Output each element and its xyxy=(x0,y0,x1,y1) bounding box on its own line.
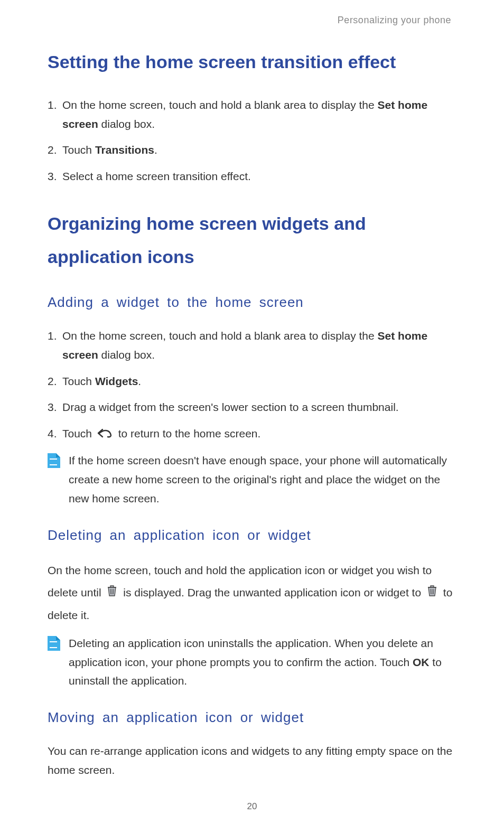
step-item: 2. Touch Transitions. xyxy=(48,141,456,160)
text-bold: Transitions xyxy=(95,144,154,156)
step-item: 2. Touch Widgets. xyxy=(48,372,456,391)
step-text: Drag a widget from the screen's lower se… xyxy=(62,398,456,417)
step-text: Touch to return to the home screen. xyxy=(62,424,456,444)
step-text: On the home screen, touch and hold a bla… xyxy=(62,326,456,364)
step-text: Touch Widgets. xyxy=(62,372,456,391)
step-item: 3. Select a home screen transition effec… xyxy=(48,167,456,186)
text-fragment: On the home screen, touch and hold a bla… xyxy=(62,99,378,111)
page-number: 20 xyxy=(0,801,504,812)
step-text: On the home screen, touch and hold a bla… xyxy=(62,96,456,133)
text-fragment: . xyxy=(154,144,157,156)
text-fragment: Drag a widget from the screen's lower se… xyxy=(62,401,399,413)
step-item: 1. On the home screen, touch and hold a … xyxy=(48,96,456,133)
text-fragment: is displayed. Drag the unwanted applicat… xyxy=(123,586,424,598)
step-number: 3. xyxy=(48,167,62,186)
text-fragment: Touch xyxy=(62,427,95,439)
text-bold: Widgets xyxy=(95,375,138,387)
steps-list-transition: 1. On the home screen, touch and hold a … xyxy=(48,96,456,186)
step-item: 4. Touch to return to the home screen. xyxy=(48,424,456,444)
text-fragment: On the home screen, touch and hold a bla… xyxy=(62,330,378,342)
text-fragment: dialog box. xyxy=(98,118,155,130)
note-text: If the home screen doesn't have enough s… xyxy=(69,451,456,508)
subsection-title-adding-widget: Adding a widget to the home screen xyxy=(48,294,456,311)
step-number: 1. xyxy=(48,96,62,133)
chapter-header: Personalizing your phone xyxy=(48,15,456,26)
step-number: 3. xyxy=(48,398,62,417)
paragraph-deleting: On the home screen, touch and hold the a… xyxy=(48,559,456,626)
text-fragment: . xyxy=(138,375,141,387)
trash-icon xyxy=(106,582,118,604)
steps-list-adding-widget: 1. On the home screen, touch and hold a … xyxy=(48,326,456,444)
subsection-title-deleting: Deleting an application icon or widget xyxy=(48,527,456,544)
section-title-transition: Setting the home screen transition effec… xyxy=(48,50,456,74)
text-fragment: Touch xyxy=(62,375,95,387)
note-text: Deleting an application icon uninstalls … xyxy=(69,634,456,690)
step-number: 2. xyxy=(48,372,62,391)
step-text: Select a home screen transition effect. xyxy=(62,167,456,186)
step-number: 1. xyxy=(48,326,62,364)
subsection-title-moving: Moving an application icon or widget xyxy=(48,709,456,726)
text-fragment: dialog box. xyxy=(98,349,155,361)
step-number: 4. xyxy=(48,424,62,444)
step-item: 1. On the home screen, touch and hold a … xyxy=(48,326,456,364)
text-fragment: Select a home screen transition effect. xyxy=(62,170,251,182)
text-fragment: Deleting an application icon uninstalls … xyxy=(69,637,433,668)
paragraph-moving: You can re-arrange application icons and… xyxy=(48,742,456,779)
text-bold: OK xyxy=(413,656,430,668)
back-icon xyxy=(97,425,113,444)
note-block: Deleting an application icon uninstalls … xyxy=(48,634,456,690)
note-doc-icon xyxy=(48,636,60,651)
text-fragment: Touch xyxy=(62,144,95,156)
step-item: 3. Drag a widget from the screen's lower… xyxy=(48,398,456,417)
note-block: If the home screen doesn't have enough s… xyxy=(48,451,456,508)
trash-icon xyxy=(426,582,438,604)
step-number: 2. xyxy=(48,141,62,160)
note-doc-icon xyxy=(48,453,60,468)
step-text: Touch Transitions. xyxy=(62,141,456,160)
section-title-organizing: Organizing home screen widgets and appli… xyxy=(48,207,456,274)
text-fragment: to return to the home screen. xyxy=(118,427,261,439)
